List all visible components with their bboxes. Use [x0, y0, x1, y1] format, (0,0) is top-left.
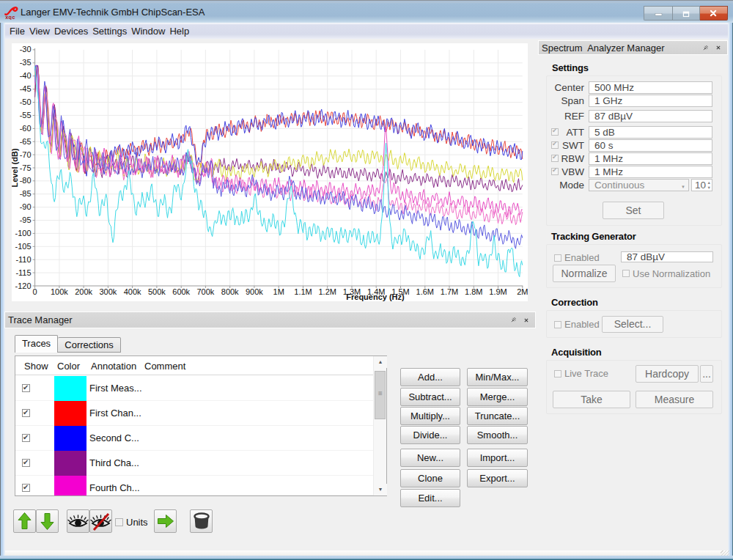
- svg-text:-45: -45: [20, 84, 32, 93]
- svg-text:-55: -55: [20, 111, 32, 119]
- svg-text:-90: -90: [20, 202, 32, 211]
- svg-text:1.1M: 1.1M: [294, 287, 312, 296]
- svg-text:-60: -60: [20, 124, 32, 133]
- svg-text:500k: 500k: [148, 287, 166, 296]
- svg-text:xqc: xqc: [5, 14, 15, 20]
- svg-text:700k: 700k: [196, 287, 214, 296]
- svg-text:1M: 1M: [273, 287, 284, 296]
- svg-text:1.2M: 1.2M: [318, 287, 336, 296]
- svg-text:-120: -120: [15, 281, 32, 290]
- svg-text:400k: 400k: [124, 287, 141, 296]
- svg-text:-50: -50: [20, 97, 32, 106]
- svg-text:-110: -110: [15, 255, 31, 264]
- svg-text:-105: -105: [15, 242, 32, 251]
- svg-text:900k: 900k: [246, 287, 263, 296]
- svg-text:-95: -95: [20, 215, 32, 224]
- svg-text:-35: -35: [20, 58, 32, 67]
- svg-text:1.8M: 1.8M: [465, 287, 482, 296]
- svg-text:-85: -85: [20, 189, 32, 198]
- svg-text:600k: 600k: [172, 287, 190, 296]
- svg-text:-70: -70: [20, 150, 32, 159]
- svg-text:200k: 200k: [75, 287, 92, 296]
- svg-text:Frequency (Hz): Frequency (Hz): [346, 292, 405, 301]
- svg-text:-75: -75: [20, 163, 32, 172]
- svg-text:100k: 100k: [51, 287, 68, 296]
- svg-text:-100: -100: [15, 229, 32, 237]
- svg-text:-115: -115: [15, 268, 31, 277]
- svg-text:-40: -40: [20, 71, 32, 80]
- svg-text:1.6M: 1.6M: [416, 287, 434, 296]
- svg-text:-30: -30: [20, 45, 32, 54]
- svg-text:1.9M: 1.9M: [489, 287, 507, 296]
- svg-text:800k: 800k: [221, 287, 239, 296]
- svg-text:-80: -80: [20, 176, 32, 185]
- svg-text:300k: 300k: [99, 287, 117, 296]
- svg-text:Level (dB): Level (dB): [12, 148, 19, 188]
- svg-text:-65: -65: [20, 137, 32, 146]
- svg-text:0: 0: [33, 287, 37, 296]
- svg-text:1.7M: 1.7M: [441, 287, 458, 296]
- svg-text:2M: 2M: [517, 287, 528, 296]
